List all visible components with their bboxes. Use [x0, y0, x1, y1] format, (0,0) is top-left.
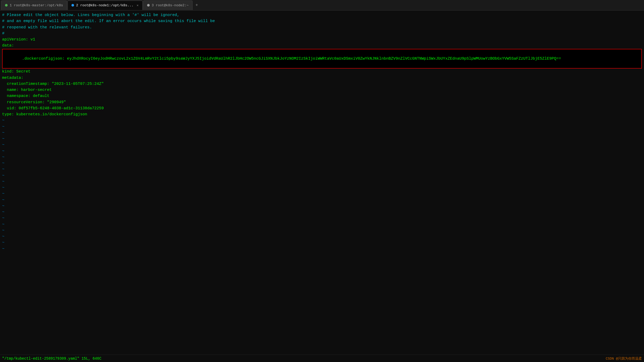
- tilde-13: ~: [2, 191, 642, 197]
- tab-2-dot: [71, 4, 74, 7]
- line-resource-version: resourceVersion: "290949": [2, 99, 642, 105]
- tab-1[interactable]: 1 root@k8s-master:/opt/k8s: [1, 1, 67, 10]
- line-kind: kind: Secret: [2, 69, 642, 75]
- terminal-window: 1 root@k8s-master:/opt/k8s 2 root@k8s-no…: [0, 0, 644, 362]
- line-data: data:: [2, 43, 642, 49]
- tilde-18: ~: [2, 221, 642, 227]
- tab-2-close[interactable]: ✕: [137, 3, 138, 7]
- line-namespace: namespace: default: [2, 93, 642, 99]
- line-creation-timestamp: creationTimestamp: "2023-11-05T07:25:24Z…: [2, 81, 642, 87]
- tilde-5: ~: [2, 142, 642, 148]
- comment-line-4: #: [2, 30, 642, 37]
- tab-3-label: 3 root@k8s-node2:~: [152, 3, 189, 7]
- tab-2[interactable]: 2 root@k8s-node1:/opt/k8s... ✕: [67, 1, 143, 10]
- dockerconfig-text: .dockerconfigjson: eyJhdXRocyI6eyJodHRwc…: [17, 56, 561, 61]
- tilde-4: ~: [2, 136, 642, 142]
- tab-bar: 1 root@k8s-master:/opt/k8s 2 root@k8s-no…: [0, 0, 644, 11]
- line-type: type: kubernetes.io/dockerconfigjson: [2, 111, 642, 117]
- tilde-19: ~: [2, 227, 642, 234]
- terminal-content: # Please edit the object below. Lines be…: [0, 11, 644, 355]
- tilde-9: ~: [2, 166, 642, 172]
- tilde-12: ~: [2, 185, 642, 191]
- watermark: CSDN @只因为你而温柔: [606, 356, 642, 361]
- comment-line-2: # and an empty file will abort the edit.…: [2, 18, 642, 24]
- comment-line-3: # reopened with the relevant failures.: [2, 24, 642, 30]
- tilde-1: ~: [2, 117, 642, 123]
- tilde-7: ~: [2, 154, 642, 160]
- tilde-14: ~: [2, 197, 642, 203]
- tilde-20: ~: [2, 234, 642, 240]
- tilde-3: ~: [2, 130, 642, 136]
- tab-3[interactable]: 3 root@k8s-node2:~: [143, 1, 193, 10]
- tilde-22: ~: [2, 246, 642, 252]
- tilde-17: ~: [2, 215, 642, 221]
- comment-line-1: # Please edit the object below. Lines be…: [2, 12, 642, 18]
- tilde-2: ~: [2, 124, 642, 130]
- tab-1-dot: [5, 4, 8, 7]
- tilde-15: ~: [2, 203, 642, 209]
- tilde-16: ~: [2, 209, 642, 215]
- line-dockerconfig[interactable]: .dockerconfigjson: eyJhdXRocyI6eyJodHRwc…: [2, 49, 642, 69]
- status-left: "/tmp/kubectl-edit-2589179309.yaml" 15L,…: [2, 356, 101, 361]
- tilde-11: ~: [2, 179, 642, 185]
- tilde-10: ~: [2, 173, 642, 179]
- tilde-6: ~: [2, 148, 642, 154]
- tilde-8: ~: [2, 160, 642, 166]
- status-bar: "/tmp/kubectl-edit-2589179309.yaml" 15L,…: [0, 355, 644, 362]
- tab-2-label: 2 root@k8s-node1:/opt/k8s...: [76, 3, 133, 7]
- tab-add-button[interactable]: +: [193, 2, 200, 9]
- tab-3-dot: [147, 4, 150, 7]
- line-uid: uid: 0df57fb5-6248-4038-ad1c-31138da7225…: [2, 105, 642, 111]
- tilde-21: ~: [2, 240, 642, 246]
- line-name: name: harbor-secret: [2, 87, 642, 93]
- tab-1-label: 1 root@k8s-master:/opt/k8s: [10, 3, 63, 7]
- line-apiversion: apiVersion: v1: [2, 37, 642, 43]
- line-metadata: metadata:: [2, 75, 642, 81]
